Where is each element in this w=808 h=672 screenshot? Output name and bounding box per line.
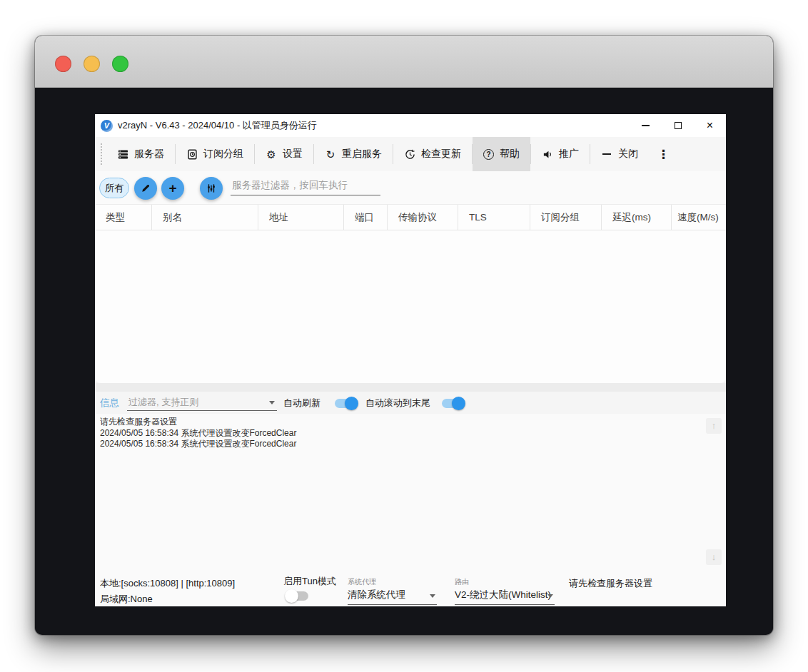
column-header-address[interactable]: 地址	[258, 205, 344, 230]
auto-scroll-toggle[interactable]	[442, 399, 464, 408]
log-filter-combobox	[127, 393, 277, 411]
tun-mode-toggle[interactable]	[286, 591, 308, 601]
toolbar-button-label: 关闭	[618, 148, 638, 161]
gear-icon: ⚙	[266, 148, 277, 160]
macos-titlebar[interactable]	[35, 36, 773, 88]
add-server-button[interactable]: +	[161, 177, 184, 200]
server-grid-header: 类型 别名 地址 端口 传输协议 TLS 订阅分组 延迟(ms) 速度(M/s)	[95, 205, 726, 230]
help-icon: ?	[483, 149, 494, 160]
ellipsis-icon: ⋮	[657, 148, 670, 161]
toolbar-grip-handle[interactable]	[101, 143, 102, 165]
macos-content-backdrop: V v2rayN - V6.43 - 2024/04/10 - 以管理员身份运行…	[35, 88, 773, 634]
close-button[interactable]: ×	[694, 114, 726, 137]
chevron-down-icon[interactable]	[547, 594, 553, 598]
server-filter-input[interactable]	[231, 177, 380, 195]
log-output[interactable]: 请先检查服务器设置 2024/05/05 16:58:34 系统代理设置改变Fo…	[95, 414, 726, 571]
log-line: 2024/05/05 16:58:34 系统代理设置改变ForcedClear	[100, 428, 709, 439]
sort-filter-button[interactable]	[200, 177, 223, 200]
toolbar-button-servers[interactable]: 服务器	[106, 140, 175, 168]
toolbar-button-promotion[interactable]: 推广	[531, 140, 590, 168]
window-controls: ×	[630, 114, 726, 137]
macos-window: V v2rayN - V6.43 - 2024/04/10 - 以管理员身份运行…	[35, 36, 773, 635]
toggle-knob	[285, 589, 298, 603]
pencil-icon	[141, 183, 151, 193]
toolbar-button-restart-service[interactable]: ↻ 重启服务	[314, 140, 393, 168]
subscription-all-tab[interactable]: 所有	[99, 178, 129, 198]
toggle-knob	[345, 397, 358, 410]
toggle-knob	[452, 397, 465, 410]
status-bar: 本地:[socks:10808] | [http:10809] 局域网:None…	[95, 571, 726, 606]
routing-label: 路由	[455, 577, 555, 587]
local-listen-info: 本地:[socks:10808] | [http:10809]	[100, 577, 235, 590]
column-header-type[interactable]: 类型	[95, 205, 152, 230]
minus-icon	[601, 148, 612, 160]
server-grid: 类型 别名 地址 端口 传输协议 TLS 订阅分组 延迟(ms) 速度(M/s)	[95, 204, 726, 383]
plus-icon: +	[168, 181, 176, 195]
toolbar-button-subscription-group[interactable]: 订阅分组	[176, 140, 254, 168]
column-header-alias[interactable]: 别名	[152, 205, 258, 230]
routing-combobox[interactable]: 路由 V2-绕过大陆(Whitelist)	[455, 577, 555, 605]
toolbar-button-help[interactable]: ? 帮助	[473, 137, 530, 171]
server-filter-row: 所有 +	[95, 171, 726, 204]
update-clock-icon	[404, 148, 415, 160]
system-proxy-value: 清除系统代理	[348, 587, 437, 605]
status-message: 请先检查服务器设置	[569, 577, 652, 590]
subscription-all-label: 所有	[105, 182, 123, 195]
auto-scroll-label: 自动滚动到末尾	[365, 397, 430, 409]
mac-close-button[interactable]	[55, 56, 71, 72]
arrow-up-icon: ↑	[712, 420, 717, 432]
column-header-delay[interactable]: 延迟(ms)	[602, 205, 672, 230]
speaker-icon	[542, 148, 553, 160]
log-line: 请先检查服务器设置	[100, 417, 709, 428]
toolbar-overflow-button[interactable]: ⋮	[649, 147, 678, 162]
mac-zoom-button[interactable]	[112, 56, 128, 72]
toolbar-button-label: 设置	[283, 148, 303, 161]
toolbar-button-close-app[interactable]: 关闭	[590, 140, 649, 168]
grid-splitter[interactable]	[95, 383, 726, 392]
server-search-box	[231, 177, 380, 195]
column-header-tls[interactable]: TLS	[458, 205, 530, 230]
column-header-protocol[interactable]: 传输协议	[388, 205, 458, 230]
toolbar-button-label: 检查更新	[421, 148, 461, 161]
tab-message-info[interactable]: 信息	[100, 397, 119, 409]
scroll-up-button[interactable]: ↑	[706, 418, 722, 434]
toolbar-button-settings[interactable]: ⚙ 设置	[255, 140, 313, 168]
log-filter-input[interactable]	[127, 393, 258, 410]
minimize-button[interactable]	[630, 114, 662, 137]
tun-mode-label: 启用Tun模式	[283, 575, 336, 588]
chevron-down-icon[interactable]	[269, 401, 275, 404]
toolbar-button-label: 订阅分组	[203, 148, 243, 161]
toolbar-button-label: 重启服务	[342, 148, 382, 161]
chevron-down-icon[interactable]	[430, 594, 435, 598]
traffic-lights	[55, 56, 128, 72]
v2rayn-logo-icon: V	[101, 120, 113, 132]
server-grid-body-empty[interactable]	[95, 230, 726, 383]
edit-server-button[interactable]	[134, 177, 157, 200]
column-header-port[interactable]: 端口	[344, 205, 388, 230]
close-icon: ×	[707, 120, 713, 131]
subscription-icon	[186, 148, 198, 160]
toolbar-button-label: 帮助	[500, 148, 520, 161]
minimize-icon	[642, 125, 650, 126]
toolbar-button-check-update[interactable]: 检查更新	[393, 140, 472, 168]
system-proxy-combobox[interactable]: 系统代理 清除系统代理	[348, 577, 437, 605]
maximize-icon	[675, 122, 682, 129]
system-proxy-label: 系统代理	[348, 577, 437, 587]
app-titlebar[interactable]: V v2rayN - V6.43 - 2024/04/10 - 以管理员身份运行…	[95, 114, 726, 137]
app-title: v2rayN - V6.43 - 2024/04/10 - 以管理员身份运行	[118, 119, 317, 132]
auto-refresh-toggle[interactable]	[335, 399, 357, 408]
mac-minimize-button[interactable]	[84, 56, 100, 72]
sliders-icon	[206, 183, 216, 193]
log-line: 2024/05/05 16:58:34 系统代理设置改变ForcedClear	[100, 439, 709, 450]
column-header-speed[interactable]: 速度(M/s)	[672, 205, 726, 230]
toolbar-button-label: 推广	[559, 148, 579, 161]
column-header-subgroup[interactable]: 订阅分组	[530, 205, 602, 230]
arrow-down-icon: ↓	[712, 551, 717, 563]
toolbar-button-label: 服务器	[134, 148, 164, 161]
server-icon	[117, 148, 128, 160]
main-toolbar: 服务器 订阅分组 ⚙ 设置 ↻ 重启服务	[95, 137, 726, 171]
message-toolbar: 信息 自动刷新 自动滚动到末尾	[95, 392, 726, 414]
maximize-button[interactable]	[662, 114, 694, 137]
lan-info: 局域网:None	[100, 593, 153, 606]
scroll-down-button[interactable]: ↓	[706, 549, 722, 565]
